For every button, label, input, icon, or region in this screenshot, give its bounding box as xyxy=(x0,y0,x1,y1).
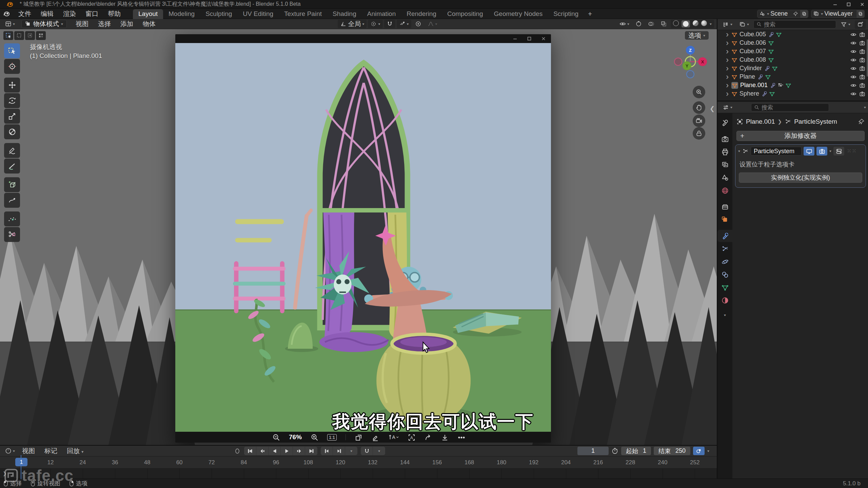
breadcrumb-context[interactable]: ParticleSystem xyxy=(794,118,837,125)
tab-uv-editing[interactable]: UV Editing xyxy=(237,9,279,19)
modifier-wrench-icon[interactable] xyxy=(757,74,763,80)
pin-icon[interactable] xyxy=(858,118,865,125)
drag-handle[interactable]: ⁙⁙ xyxy=(847,148,857,154)
disable-in-renders-toggle[interactable] xyxy=(859,40,865,46)
outliner-search-input[interactable]: 搜索 xyxy=(753,20,836,28)
pin-icon[interactable] xyxy=(791,11,800,17)
current-frame-field[interactable]: 1 xyxy=(577,447,609,455)
timeline-snap-dropdown[interactable]: ▾ xyxy=(373,447,385,455)
expand-chevron-icon[interactable]: ❯ xyxy=(726,92,729,96)
timeline-menu-1[interactable]: 标记 xyxy=(40,447,62,455)
outliner-row-cube.006[interactable]: ❯Cube.006 xyxy=(717,39,868,47)
topbar-menu-1[interactable]: 编辑 xyxy=(36,9,58,18)
expand-chevron-icon[interactable]: ❯ xyxy=(726,49,729,53)
text-tool-icon[interactable]: A xyxy=(388,433,399,441)
snap-target-dropdown[interactable]: ▾ xyxy=(397,20,411,28)
maximize-icon[interactable] xyxy=(527,37,531,41)
topbar-menu-2[interactable]: 渲染 xyxy=(58,9,81,18)
keying-set-button[interactable] xyxy=(693,447,705,455)
disable-in-renders-toggle[interactable] xyxy=(859,82,865,88)
frame-step-dropdown[interactable]: ▾ xyxy=(345,447,357,455)
hide-in-viewport-toggle[interactable] xyxy=(850,91,856,97)
keying-dropdown[interactable]: ▾ xyxy=(707,449,709,453)
properties-tab-particles[interactable] xyxy=(717,243,732,255)
timeline-menu-2[interactable]: 回放 ▾ xyxy=(62,447,88,455)
properties-tab-material[interactable] xyxy=(717,294,732,306)
hide-in-viewport-toggle[interactable] xyxy=(850,48,856,55)
select-box-variant-4[interactable] xyxy=(36,31,46,40)
properties-tab-tool[interactable] xyxy=(717,117,732,129)
tab-compositing[interactable]: Compositing xyxy=(442,9,489,19)
tool-move[interactable] xyxy=(4,78,20,93)
object-name[interactable]: Plane xyxy=(739,73,755,80)
timeline-tracks[interactable]: ❯ xyxy=(0,469,717,479)
play-reverse-button[interactable] xyxy=(269,447,281,455)
minimize-icon[interactable] xyxy=(833,2,837,7)
particle-settings-icon[interactable] xyxy=(777,82,784,88)
tool-cursor[interactable] xyxy=(4,59,20,74)
properties-tabs-overflow-chevron[interactable]: ▾ xyxy=(717,309,732,321)
mode-dropdown[interactable]: 物体模式 ▾ xyxy=(21,20,67,28)
outliner-row-sphere[interactable]: ❯Sphere xyxy=(717,89,868,98)
tab-texture-paint[interactable]: Texture Paint xyxy=(279,9,327,19)
viewport-3d[interactable]: 摄像机透视 (1) Collection | Plane.001 选项▾ Z X… xyxy=(0,29,717,445)
close-icon[interactable] xyxy=(541,37,546,41)
share-icon[interactable] xyxy=(424,433,432,441)
tab-layout[interactable]: Layout xyxy=(133,9,163,19)
mesh-data-icon[interactable] xyxy=(768,48,774,55)
modifier-wrench-icon[interactable] xyxy=(770,82,776,88)
hide-in-viewport-toggle[interactable] xyxy=(850,82,856,88)
auto-keying-toggle[interactable] xyxy=(234,448,241,454)
frame-forward-button[interactable] xyxy=(333,447,345,455)
properties-editor-type-button[interactable]: ▾ xyxy=(720,103,735,112)
frame-back-button[interactable] xyxy=(321,447,333,455)
viewport-menu-2[interactable]: 添加 xyxy=(116,20,138,28)
modifier-extras-dropdown[interactable]: ▾ xyxy=(829,149,831,153)
frame-start-field[interactable]: 起始 1 xyxy=(621,447,651,455)
properties-tab-scene[interactable] xyxy=(717,171,732,184)
mesh-data-icon[interactable] xyxy=(769,91,775,97)
timeline-editor-type-button[interactable]: ▾ xyxy=(3,447,17,455)
tool-curve-pen[interactable] xyxy=(4,211,20,226)
play-button[interactable] xyxy=(281,447,293,455)
new-scene-button[interactable] xyxy=(800,10,808,18)
maximize-icon[interactable] xyxy=(846,2,851,7)
modifier-display-viewport-toggle[interactable] xyxy=(804,147,814,156)
previous-keyframe-button[interactable] xyxy=(256,447,269,455)
minimize-icon[interactable] xyxy=(513,37,517,41)
properties-options-dropdown[interactable]: ▾ xyxy=(864,105,866,109)
stopwatch-icon[interactable] xyxy=(611,447,618,454)
shading-dropdown[interactable]: ▾ xyxy=(710,22,712,26)
viewport-pan-button[interactable] xyxy=(693,101,705,114)
show-overlays-toggle[interactable] xyxy=(646,20,657,28)
proportional-falloff-dropdown[interactable]: ▾ xyxy=(425,20,440,28)
object-name[interactable]: Cube.006 xyxy=(739,39,766,46)
frame-end-field[interactable]: 结束 250 xyxy=(654,447,690,455)
shading-material-button[interactable] xyxy=(693,20,698,28)
hide-in-viewport-toggle[interactable] xyxy=(850,57,856,63)
zoom-out-icon[interactable] xyxy=(272,433,280,441)
properties-tab-world[interactable] xyxy=(717,184,732,197)
tool-shear[interactable] xyxy=(4,227,20,242)
mesh-data-icon[interactable] xyxy=(776,32,782,38)
topbar-menu-4[interactable]: 帮助 xyxy=(103,9,125,18)
transform-orientation-dropdown[interactable]: 全局 ▾ xyxy=(338,20,367,28)
ocr-icon[interactable]: A xyxy=(408,433,415,441)
download-icon[interactable] xyxy=(441,433,449,441)
tool-scale[interactable] xyxy=(4,109,20,124)
outliner-scrollbar[interactable] xyxy=(867,39,868,77)
properties-tab-output[interactable] xyxy=(717,146,732,158)
mesh-data-icon[interactable] xyxy=(772,65,778,72)
disable-in-renders-toggle[interactable] xyxy=(859,91,865,97)
shading-solid-button[interactable] xyxy=(682,20,690,27)
tool-transform[interactable] xyxy=(4,124,20,139)
outliner-row-cube.007[interactable]: ❯Cube.007 xyxy=(717,47,868,56)
disable-in-renders-toggle[interactable] xyxy=(859,57,865,63)
expand-chevron-icon[interactable]: ❯ xyxy=(726,66,729,70)
modifier-wrench-icon[interactable] xyxy=(761,91,767,97)
properties-tab-modifiers[interactable] xyxy=(717,230,732,242)
disable-in-renders-toggle[interactable] xyxy=(859,65,865,72)
tool-draw-curve[interactable] xyxy=(4,193,20,208)
viewport-zoom-button[interactable] xyxy=(693,86,705,98)
hide-in-viewport-toggle[interactable] xyxy=(850,74,856,80)
